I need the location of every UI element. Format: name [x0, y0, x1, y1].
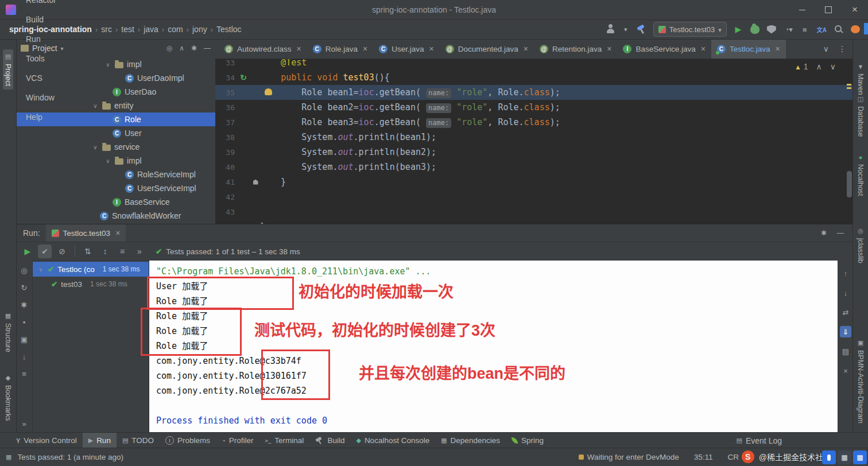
- chevron-down-icon[interactable]: ∨: [92, 103, 99, 109]
- profiler-icon[interactable]: [784, 24, 793, 34]
- tab-documented.java[interactable]: @Documented.java×: [440, 39, 534, 59]
- toolwindow-vcs[interactable]: Version Control: [10, 433, 83, 448]
- locate-icon[interactable]: ◎: [166, 44, 172, 52]
- close-icon[interactable]: ×: [115, 228, 120, 238]
- editor-scrollbar[interactable]: [846, 59, 852, 224]
- minimize-icon[interactable]: [789, 0, 815, 20]
- close-icon[interactable]: ×: [701, 44, 706, 53]
- chevron-down-icon[interactable]: ∨: [37, 266, 44, 273]
- microphone-icon[interactable]: [822, 451, 836, 464]
- close-icon[interactable]: ×: [429, 44, 433, 53]
- check-icon[interactable]: ✔: [38, 244, 52, 258]
- tree-item-snowflakeldworker[interactable]: CSnowflakeldWorker: [16, 209, 215, 223]
- coverage-icon[interactable]: [767, 25, 776, 34]
- hide-panel-icon[interactable]: —: [837, 229, 844, 237]
- run-config-select[interactable]: Testloc.test03: [653, 22, 727, 37]
- toolwindow-run[interactable]: Run: [83, 433, 117, 448]
- code-line[interactable]: 35 Role bean1=ioc.getBean( name: "role",…: [215, 85, 853, 100]
- run-tab[interactable]: Testloc.test03 ×: [46, 224, 126, 242]
- prev-warning-icon[interactable]: ∧: [816, 62, 822, 71]
- code-line[interactable]: 42: [215, 189, 853, 204]
- panel-toggle-icon[interactable]: ▦: [6, 453, 11, 461]
- ban-icon[interactable]: ⊘: [55, 244, 69, 258]
- side-tool-icon-0[interactable]: ◎: [21, 266, 27, 275]
- tree-item-userserviceimpl[interactable]: CUserServiceImpl: [16, 181, 215, 195]
- status-message[interactable]: Tests passed: 1 (a minute ago): [17, 453, 123, 461]
- orange-icon[interactable]: [851, 25, 860, 33]
- chevron-down-icon[interactable]: ∨: [823, 44, 829, 53]
- breadcrumb-item[interactable]: test: [121, 25, 134, 34]
- user-icon[interactable]: [606, 24, 615, 34]
- toolwindow-problems[interactable]: Problems: [160, 433, 216, 448]
- collapse-all-icon[interactable]: ∧: [179, 44, 184, 52]
- tab-autowired.class[interactable]: @Autowired.class×: [219, 39, 307, 59]
- maximize-icon[interactable]: [815, 0, 842, 20]
- tab-baseservice.java[interactable]: IBaseService.java×: [617, 39, 711, 59]
- code-line[interactable]: 34↻ public void test03(){: [215, 70, 853, 85]
- close-icon[interactable]: ×: [842, 0, 868, 20]
- sidebar-item-bpmn-activiti-diagram[interactable]: ▣BPMN-Activiti-Diagram: [855, 336, 866, 427]
- gear-icon[interactable]: ✱: [191, 44, 197, 52]
- side-tool-icon-4[interactable]: ▣: [21, 335, 28, 344]
- tree-item-baseservice[interactable]: IBaseService: [16, 195, 215, 209]
- toolwindow-profiler[interactable]: Profiler: [216, 433, 259, 448]
- menu-icon[interactable]: ≡: [115, 244, 129, 258]
- chevron-down-icon[interactable]: ∨: [104, 158, 111, 164]
- hammer-icon[interactable]: [636, 24, 646, 34]
- breadcrumb-item[interactable]: jony: [192, 25, 207, 34]
- breadcrumb-item[interactable]: com: [168, 25, 183, 34]
- tree-item-roleserviceimpl[interactable]: CRoleServiceImpl: [16, 168, 215, 181]
- sort-icon[interactable]: ⇅: [81, 244, 95, 258]
- side-tool-icon-3[interactable]: ▪: [23, 318, 26, 327]
- keyboard-icon[interactable]: [838, 451, 851, 464]
- swap-icon[interactable]: ⇄: [840, 306, 851, 318]
- clear-icon[interactable]: ×: [840, 365, 851, 376]
- caret-icon[interactable]: [621, 24, 630, 34]
- hide-panel-icon[interactable]: —: [204, 44, 211, 52]
- tree-item-impl[interactable]: ∨impl: [16, 154, 215, 168]
- toolwindow-spring[interactable]: Spring: [506, 433, 549, 448]
- scrollbar-thumb[interactable]: [847, 171, 852, 197]
- breadcrumb-item[interactable]: Testloc: [216, 25, 242, 34]
- side-tool-icon-2[interactable]: ✱: [21, 301, 28, 309]
- caret-position[interactable]: 35:11: [694, 453, 713, 461]
- code-line[interactable]: 43: [215, 204, 853, 219]
- chevron-down-icon[interactable]: ∨: [92, 144, 99, 150]
- menu-build[interactable]: Build: [21, 10, 63, 29]
- sidebar-item-project[interactable]: ▤Project: [3, 49, 13, 90]
- more-icon[interactable]: »: [133, 244, 146, 258]
- sidebar-item-database[interactable]: ◫Database: [855, 92, 866, 141]
- breadcrumb-item[interactable]: java: [144, 25, 158, 34]
- play-icon[interactable]: [734, 24, 743, 34]
- toolwindow-todo[interactable]: TODO: [117, 433, 160, 448]
- code-line[interactable]: 33 @Test: [215, 59, 853, 70]
- close-icon[interactable]: ×: [524, 44, 528, 53]
- grid-icon[interactable]: [853, 451, 867, 464]
- close-icon[interactable]: ×: [297, 44, 301, 53]
- side-tool-icon-6[interactable]: ≡: [22, 370, 26, 378]
- code-line[interactable]: 36 Role bean2=ioc.getBean( name: "role",…: [215, 100, 853, 115]
- sidebar-item-nocalhost[interactable]: ●Nocalhost: [855, 150, 866, 200]
- tree-item-user[interactable]: CUser: [16, 126, 215, 140]
- inspection-widget[interactable]: ▲ 1 ∧ ∨: [795, 62, 836, 71]
- side-tool-icon-1[interactable]: ↻: [21, 284, 28, 292]
- tab-testloc.java[interactable]: CTestloc.java×: [711, 39, 786, 59]
- up-arrow-icon[interactable]: ↑: [840, 267, 851, 279]
- close-icon[interactable]: ×: [363, 44, 367, 53]
- line-ending[interactable]: CR: [728, 453, 739, 461]
- toolwindow-build[interactable]: Build: [309, 433, 350, 448]
- code-line[interactable]: 38 System.out.println(bean1);: [215, 130, 853, 145]
- code-line[interactable]: 39 System.out.println(bean2);: [215, 145, 853, 160]
- tree-item-service[interactable]: ∨service: [16, 140, 215, 154]
- menu-window[interactable]: Window: [21, 88, 63, 107]
- menu-refactor[interactable]: Refactor: [21, 0, 63, 10]
- next-warning-icon[interactable]: ∨: [830, 62, 836, 71]
- menu-tools[interactable]: Tools: [21, 49, 63, 68]
- code-editor[interactable]: 33 @Test34↻ public void test03(){35 Role…: [215, 59, 853, 224]
- menu-help[interactable]: Help: [21, 107, 63, 127]
- breadcrumb-item[interactable]: src: [101, 25, 112, 34]
- sidebar-item-jclasslib[interactable]: ◎jclasslib: [855, 224, 866, 267]
- code-line[interactable]: 41 }: [215, 174, 853, 189]
- close-icon[interactable]: ×: [775, 44, 780, 53]
- tab-role.java[interactable]: CRole.java×: [307, 39, 373, 59]
